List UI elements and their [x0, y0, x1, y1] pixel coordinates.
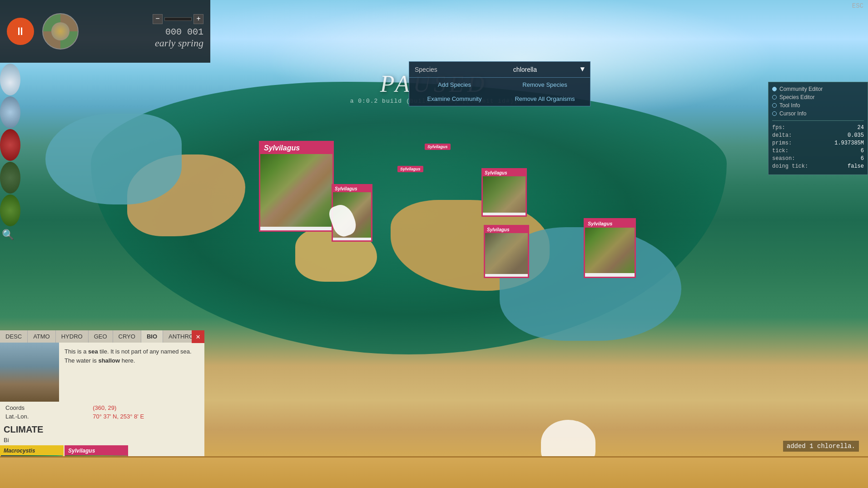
add-species-button[interactable]: Add Species: [409, 78, 500, 92]
card-main-image: [260, 154, 332, 227]
radio-label-tool: Tool Info: [779, 102, 800, 109]
bio-label: Bi: [4, 437, 201, 443]
tile-info-area: This is a sea tile. It is not part of an…: [0, 343, 204, 402]
left-icon-cloud[interactable]: [0, 64, 20, 95]
card-5-image: [585, 228, 635, 273]
tab-geo[interactable]: GEO: [89, 330, 113, 343]
pause-icon: ⏸: [15, 25, 26, 38]
lat-lon-value: 70° 37' N, 253° 8' E: [93, 413, 199, 420]
left-icons: 🔍: [0, 64, 20, 243]
card-2-header: Sylvilagus: [333, 185, 371, 192]
species-label-card-2: Sylvilagus: [397, 166, 423, 172]
doing-tick-value: false: [848, 163, 864, 169]
climate-title: CLIMATE: [4, 424, 201, 435]
card-4-image: [485, 233, 528, 274]
left-icon-atmo[interactable]: [0, 96, 20, 128]
coords-label: Coords: [5, 404, 84, 411]
sylvilagus-bottom-header: Sylvilagus: [65, 446, 127, 455]
prims-value: 1.937385M: [834, 140, 864, 146]
card-main-header: Sylvilagus: [260, 142, 332, 154]
species-value: chlorella: [470, 66, 580, 73]
left-icon-geo[interactable]: [0, 162, 20, 194]
remove-all-organisms-button[interactable]: Remove All Organisms: [500, 92, 590, 106]
tick-value: 6: [861, 148, 864, 154]
radio-dot-species: [772, 95, 777, 100]
delta-label: delta:: [772, 132, 792, 139]
compass-circle: [42, 13, 79, 50]
tile-type: sea: [88, 348, 98, 355]
hud-controls-row: − +: [153, 14, 203, 24]
macrocystis-header: Macrocystis: [1, 446, 63, 455]
right-debug-panel: Community Editor Species Editor Tool Inf…: [768, 82, 868, 175]
tab-bar: DESC ATMO HYDRO GEO CRYO BIO ANTHRO ✕: [0, 330, 204, 343]
debug-divider: [772, 120, 864, 121]
species-dropdown-arrow[interactable]: ▼: [580, 65, 585, 74]
tile-desc-text1: This is a: [64, 348, 88, 355]
fps-value: 24: [858, 124, 864, 131]
card-5-footer: [585, 273, 635, 277]
tab-desc[interactable]: DESC: [0, 330, 28, 343]
pause-button[interactable]: ⏸: [7, 18, 34, 45]
compass: [42, 13, 79, 50]
search-icon[interactable]: 🔍: [0, 227, 16, 243]
bottom-notification: added 1 chlorella.: [783, 441, 859, 452]
left-icon-bio[interactable]: [0, 194, 20, 226]
remove-species-button[interactable]: Remove Species: [500, 78, 590, 92]
esc-button[interactable]: ESC: [852, 2, 863, 10]
compass-inner: [51, 22, 69, 40]
water-area: [45, 114, 182, 204]
floating-card-sylvi-5[interactable]: Sylvilagus: [584, 218, 636, 278]
debug-doing-tick: doing tick: false: [772, 163, 864, 169]
tick-label: tick:: [772, 148, 789, 154]
panel-close-button[interactable]: ✕: [192, 330, 204, 343]
delta-value: 0.035: [848, 132, 864, 139]
tile-description: This is a sea tile. It is not part of an…: [59, 343, 204, 402]
radio-dot-cursor: [772, 111, 777, 116]
tab-hydro[interactable]: HYDRO: [56, 330, 89, 343]
hud-season: early spring: [155, 37, 203, 49]
floating-card-sylvi-4[interactable]: Sylvilagus: [484, 225, 529, 278]
debug-prims: prims: 1.937385M: [772, 140, 864, 146]
card-3-footer: [483, 213, 526, 215]
left-icon-hydro[interactable]: [0, 129, 20, 161]
prims-label: prims:: [772, 140, 792, 146]
hud-progress-bar: [164, 17, 192, 21]
tab-cryo[interactable]: CRYO: [113, 330, 141, 343]
doing-tick-label: doing tick:: [772, 163, 808, 169]
radio-tool-info[interactable]: Tool Info: [772, 102, 864, 109]
fps-label: fps:: [772, 124, 785, 131]
hud-plus-button[interactable]: +: [193, 14, 203, 24]
card-5-header: Sylvilagus: [585, 219, 635, 228]
floating-card-sylvi-main[interactable]: Sylvilagus: [259, 141, 334, 232]
tab-atmo[interactable]: ATMO: [28, 330, 56, 343]
species-panel: Species chlorella ▼ Add Species Remove S…: [409, 61, 590, 106]
radio-label-species: Species Editor: [779, 94, 814, 100]
tile-coords: Coords (360, 29) Lat.-Lon. 70° 37' N, 25…: [0, 402, 204, 423]
tile-desc-text3: here.: [120, 357, 135, 364]
radio-species-editor[interactable]: Species Editor: [772, 94, 864, 100]
climate-section: CLIMATE Bi: [0, 423, 204, 445]
radio-cursor-info[interactable]: Cursor Info: [772, 110, 864, 117]
floating-card-sylvi-3[interactable]: Sylvilagus: [481, 168, 527, 217]
season-debug-label: season:: [772, 155, 795, 162]
debug-delta: delta: 0.035: [772, 132, 864, 139]
radio-dot-community: [772, 87, 777, 91]
tab-bio[interactable]: BIO: [141, 330, 163, 343]
season-debug-value: 6: [861, 155, 864, 162]
top-left-hud: ⏸ − + 000 001 early spring: [0, 0, 210, 63]
hud-minus-button[interactable]: −: [153, 14, 163, 24]
debug-tick: tick: 6: [772, 148, 864, 154]
debug-season: season: 6: [772, 155, 864, 162]
tile-image: [0, 343, 59, 402]
radio-label-cursor: Cursor Info: [779, 110, 806, 117]
hud-counter: 000 001: [165, 27, 203, 37]
card-3-image: [483, 176, 526, 213]
radio-community-editor[interactable]: Community Editor: [772, 86, 864, 92]
radio-dot-tool: [772, 103, 777, 108]
card-4-footer: [485, 274, 528, 277]
examine-community-button[interactable]: Examine Community: [409, 92, 500, 106]
species-label: Species: [415, 66, 470, 73]
tile-shallow: shallow: [98, 357, 120, 364]
desk-area: [0, 456, 868, 488]
card-2-footer: [333, 238, 371, 240]
